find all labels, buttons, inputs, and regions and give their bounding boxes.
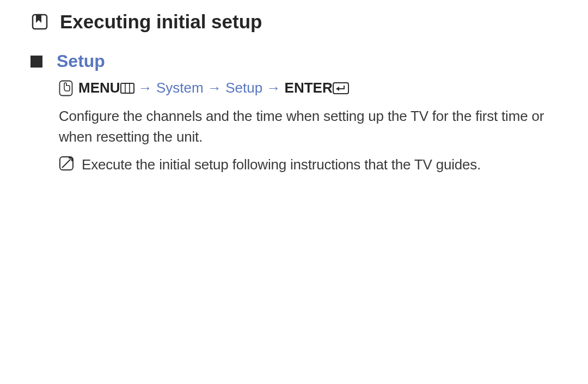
section-title: Setup — [57, 51, 105, 71]
arrow-2: → — [207, 80, 222, 96]
arrow-3: → — [266, 80, 280, 96]
menu-label: MENU — [78, 80, 120, 96]
note-text: Execute the initial setup following inst… — [82, 155, 481, 175]
arrow-1: → — [138, 80, 152, 96]
bookmark-icon — [32, 14, 48, 30]
square-bullet-icon — [30, 56, 42, 68]
touch-icon — [59, 80, 73, 96]
path-setup: Setup — [225, 80, 262, 96]
path-system: System — [156, 80, 204, 96]
page-title: Executing initial setup — [60, 11, 262, 33]
enter-icon — [333, 82, 349, 96]
note-icon — [59, 156, 74, 171]
menu-icon — [120, 82, 134, 96]
svg-rect-4 — [121, 83, 134, 93]
menu-path-text: MENU → System → Setup → ENTER — [78, 81, 349, 96]
svg-marker-8 — [336, 87, 339, 91]
enter-label: ENTER — [285, 80, 333, 96]
body-paragraph: Configure the channels and the time when… — [59, 106, 566, 147]
menu-path: MENU → System → Setup → ENTER — [59, 80, 566, 96]
svg-line-10 — [62, 159, 71, 168]
